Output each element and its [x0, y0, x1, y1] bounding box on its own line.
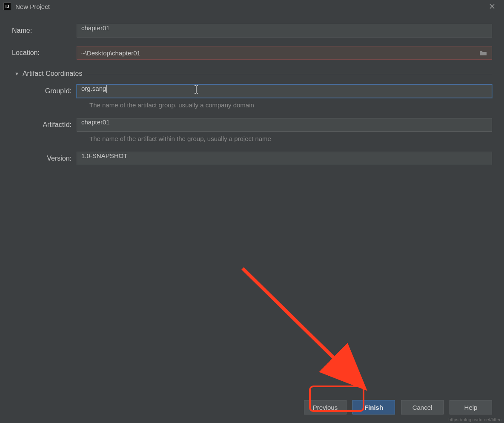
- groupid-label: GroupId:: [12, 87, 77, 95]
- location-row: Location: ~\Desktop\chapter01: [12, 46, 492, 60]
- dialog-content: Name: chapter01 Location: ~\Desktop\chap…: [0, 13, 504, 165]
- groupid-value: org.sang: [81, 85, 106, 92]
- location-field[interactable]: ~\Desktop\chapter01: [77, 46, 492, 60]
- section-divider: [87, 74, 492, 74]
- titlebar: IJ New Project: [0, 0, 504, 13]
- artifact-section-header[interactable]: ▼ Artifact Coordinates: [12, 70, 492, 78]
- name-label: Name:: [12, 27, 77, 35]
- artifactid-label: ArtifactId:: [12, 121, 77, 129]
- artifactid-hint: The name of the artifact within the grou…: [12, 135, 492, 142]
- window-title: New Project: [15, 3, 484, 10]
- name-row: Name: chapter01: [12, 24, 492, 37]
- artifactid-value: chapter01: [81, 118, 110, 126]
- finish-button[interactable]: Finish: [352, 400, 395, 414]
- version-value: 1.0-SNAPSHOT: [81, 152, 127, 159]
- groupid-field[interactable]: org.sang: [77, 84, 492, 98]
- browse-folder-icon[interactable]: [479, 50, 487, 56]
- name-field[interactable]: chapter01: [77, 24, 492, 37]
- artifactid-field[interactable]: chapter01: [77, 118, 492, 132]
- groupid-hint: The name of the artifact group, usually …: [12, 101, 492, 109]
- previous-button[interactable]: Previous: [304, 400, 346, 414]
- version-label: Version:: [12, 155, 77, 162]
- button-bar: Previous Finish Cancel Help: [304, 400, 492, 414]
- groupid-row: GroupId: org.sang: [12, 84, 492, 98]
- location-label: Location:: [12, 49, 77, 57]
- artifactid-row: ArtifactId: chapter01: [12, 118, 492, 132]
- close-icon[interactable]: [484, 0, 501, 12]
- app-icon: IJ: [3, 3, 11, 10]
- name-value: chapter01: [81, 24, 110, 32]
- help-button[interactable]: Help: [450, 400, 492, 414]
- annotation-arrow: [230, 264, 383, 396]
- chevron-down-icon: ▼: [14, 71, 19, 76]
- cancel-button[interactable]: Cancel: [401, 400, 444, 414]
- version-row: Version: 1.0-SNAPSHOT: [12, 152, 492, 165]
- svg-line-2: [243, 268, 358, 381]
- text-caret: [106, 85, 107, 93]
- watermark: https://blog.csdn.net/fittec: [448, 417, 501, 422]
- location-value: ~\Desktop\chapter01: [81, 49, 479, 57]
- artifact-section: GroupId: org.sang The name of the artifa…: [12, 84, 492, 165]
- artifact-section-title: Artifact Coordinates: [23, 70, 83, 78]
- version-field[interactable]: 1.0-SNAPSHOT: [77, 152, 492, 165]
